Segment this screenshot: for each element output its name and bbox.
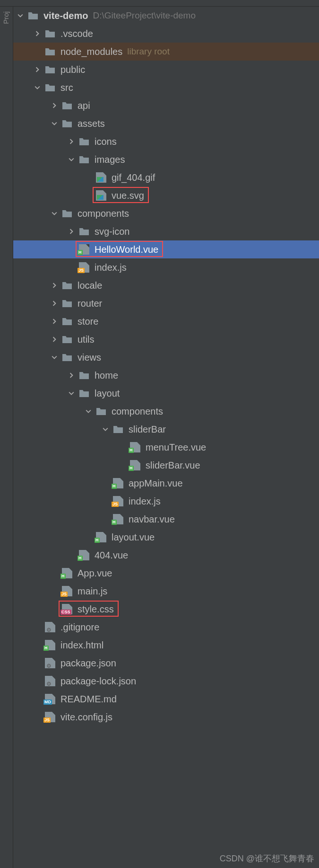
- tree-row[interactable]: HHelloWorld.vue: [13, 240, 319, 258]
- tree-row[interactable]: sliderBar: [13, 420, 319, 438]
- tree-row[interactable]: HmenuTree.vue: [13, 438, 319, 456]
- folder-icon: [95, 406, 107, 417]
- folder-icon: [27, 10, 39, 21]
- chevron-right-icon[interactable]: [67, 227, 76, 236]
- folder-icon: [61, 208, 73, 219]
- tree-row[interactable]: layout: [13, 384, 319, 402]
- tree-item-label: locale: [78, 280, 102, 291]
- tree-row[interactable]: HappMain.vue: [13, 474, 319, 492]
- chevron-right-icon[interactable]: [50, 299, 59, 308]
- vue-file-icon: H: [129, 442, 141, 453]
- folder-icon: [78, 154, 90, 165]
- chevron-down-icon[interactable]: [67, 155, 76, 164]
- tree-row[interactable]: icons: [13, 133, 319, 151]
- tree-row[interactable]: api: [13, 97, 319, 115]
- project-tree[interactable]: vite-demoD:\GiteeProject\vite-demo.vscod…: [13, 7, 319, 868]
- tree-row[interactable]: Hlayout.vue: [13, 528, 319, 546]
- css-file-icon: CSS: [61, 603, 73, 615]
- js-file-icon: JS: [112, 496, 124, 507]
- tree-item-label: router: [78, 298, 102, 309]
- chevron-down-icon[interactable]: [50, 353, 59, 362]
- chevron-down-icon[interactable]: [101, 425, 110, 434]
- tree-row[interactable]: Hindex.html: [13, 636, 319, 654]
- tree-item-label: 404.vue: [95, 550, 128, 561]
- chevron-down-icon[interactable]: [33, 83, 42, 92]
- folder-icon: [78, 226, 90, 237]
- tree-row[interactable]: H404.vue: [13, 546, 319, 564]
- folder-icon: [44, 46, 56, 57]
- tree-row[interactable]: vite-demoD:\GiteeProject\vite-demo: [13, 7, 319, 25]
- js-file-icon: JS: [78, 262, 90, 273]
- chevron-down-icon[interactable]: [84, 407, 93, 416]
- tree-row[interactable]: package.json: [13, 654, 319, 672]
- chevron-right-icon[interactable]: [33, 65, 42, 74]
- tree-item-label: vue.svg: [112, 190, 144, 201]
- chevron-down-icon[interactable]: [50, 209, 59, 218]
- folder-icon: [44, 28, 56, 39]
- tree-item-label: main.js: [78, 586, 107, 597]
- tree-item-label: layout: [95, 388, 120, 399]
- tree-row[interactable]: JSvite.config.js: [13, 708, 319, 726]
- folder-icon: [61, 118, 73, 129]
- tree-item-label: svg-icon: [95, 226, 129, 237]
- tree-item-label: README.md: [60, 694, 117, 705]
- chevron-right-icon[interactable]: [50, 317, 59, 326]
- tree-row[interactable]: gif_404.gif: [13, 168, 319, 186]
- sidebar-tab-project[interactable]: Proj: [0, 8, 12, 28]
- tree-row[interactable]: .vscode: [13, 25, 319, 43]
- tree-row[interactable]: JSmain.js: [13, 582, 319, 600]
- folder-icon: [44, 82, 56, 93]
- tree-item-label: gif_404.gif: [112, 172, 155, 183]
- tree-row[interactable]: package-lock.json: [13, 672, 319, 690]
- vue-file-icon: H: [112, 514, 124, 525]
- chevron-right-icon[interactable]: [67, 371, 76, 380]
- tree-row[interactable]: router: [13, 294, 319, 312]
- tree-row[interactable]: JSindex.js: [13, 492, 319, 510]
- chevron-down-icon[interactable]: [50, 119, 59, 128]
- tree-row[interactable]: public: [13, 61, 319, 79]
- tree-item-label: home: [95, 370, 118, 381]
- tree-row[interactable]: locale: [13, 276, 319, 294]
- tree-row[interactable]: images: [13, 151, 319, 168]
- tree-row[interactable]: node_moduleslibrary root: [13, 43, 319, 61]
- tree-row[interactable]: components: [13, 402, 319, 420]
- tree-row[interactable]: home: [13, 366, 319, 384]
- image-file-icon: [95, 172, 107, 183]
- tree-row[interactable]: JSindex.js: [13, 258, 319, 276]
- folder-icon: [61, 316, 73, 327]
- tree-row[interactable]: components: [13, 204, 319, 222]
- tree-row[interactable]: vue.svg: [13, 186, 319, 204]
- folder-icon: [61, 352, 73, 363]
- tree-row[interactable]: HApp.vue: [13, 564, 319, 582]
- tree-row[interactable]: .gitignore: [13, 618, 319, 636]
- tree-row[interactable]: views: [13, 348, 319, 366]
- chevron-right-icon[interactable]: [50, 101, 59, 110]
- library-root-label: library root: [127, 46, 170, 57]
- chevron-right-icon[interactable]: [50, 335, 59, 344]
- tree-row[interactable]: svg-icon: [13, 222, 319, 240]
- chevron-right-icon[interactable]: [67, 137, 76, 146]
- tree-row[interactable]: assets: [13, 115, 319, 133]
- chevron-down-icon[interactable]: [67, 389, 76, 398]
- tree-item-label: App.vue: [78, 568, 112, 579]
- tree-row[interactable]: Hnavbar.vue: [13, 510, 319, 528]
- tree-row[interactable]: store: [13, 312, 319, 330]
- folder-icon: [61, 298, 73, 309]
- chevron-right-icon[interactable]: [33, 29, 42, 38]
- tree-item-label: public: [60, 64, 85, 75]
- tree-row[interactable]: HsliderBar.vue: [13, 456, 319, 474]
- tree-item-label: layout.vue: [112, 532, 155, 543]
- tree-item-label: HelloWorld.vue: [95, 244, 158, 255]
- tree-row[interactable]: MDREADME.md: [13, 690, 319, 708]
- tree-item-label: components: [78, 208, 129, 219]
- vue-file-icon: H: [78, 549, 90, 561]
- tree-row[interactable]: src: [13, 79, 319, 97]
- chevron-right-icon[interactable]: [50, 281, 59, 290]
- folder-icon: [112, 424, 124, 435]
- tree-row[interactable]: utils: [13, 330, 319, 348]
- tree-item-label: utils: [78, 334, 95, 345]
- tree-item-label: appMain.vue: [129, 478, 183, 489]
- tree-row[interactable]: CSSstyle.css: [13, 600, 319, 618]
- chevron-down-icon[interactable]: [16, 11, 25, 20]
- folder-icon: [44, 64, 56, 75]
